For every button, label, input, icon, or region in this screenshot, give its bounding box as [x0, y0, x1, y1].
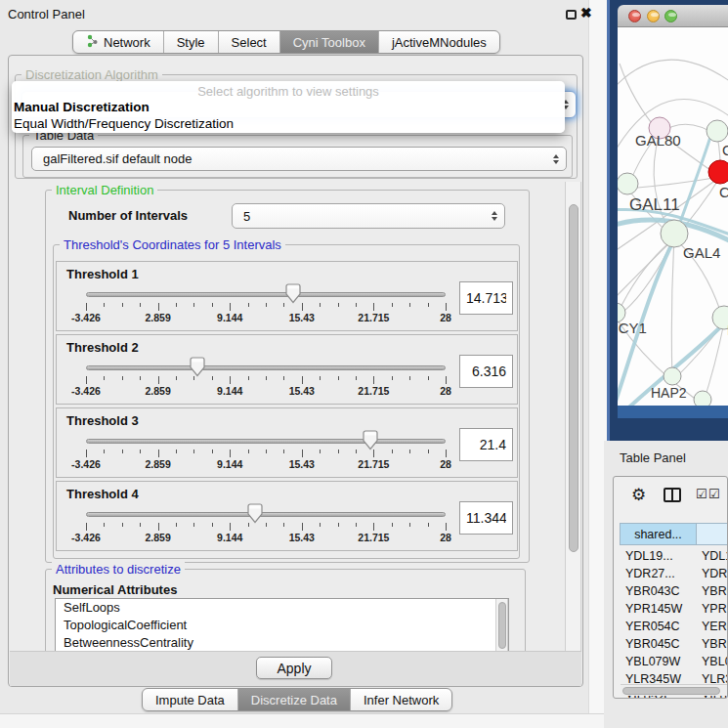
table-cell[interactable]: YBR045C	[625, 635, 694, 653]
tab-cyni-toolbox[interactable]: Cyni Toolbox	[279, 31, 378, 53]
bottom-strip	[0, 713, 604, 728]
slider-track[interactable]	[86, 292, 446, 297]
tab-select[interactable]: Select	[218, 31, 279, 53]
slider-track[interactable]	[86, 365, 446, 370]
number-of-intervals-combo[interactable]: 5	[232, 203, 505, 229]
attribute-item-betweennesscentrality[interactable]: BetweennessCentrality	[56, 634, 508, 652]
screen: Control Panel ✖ NetworkStyleSelectCyni T…	[0, 0, 728, 728]
table-cell[interactable]: YBR043C	[625, 582, 694, 600]
tick-label: -3.426	[57, 532, 115, 543]
tick-label: -3.426	[57, 312, 115, 323]
node-label-gal4: GAL4	[683, 244, 720, 261]
tick-mark	[266, 376, 267, 380]
tick-mark	[356, 376, 357, 380]
slider-thumb[interactable]	[285, 283, 301, 304]
table-cell[interactable]: YER0	[702, 618, 728, 635]
group-interval-definition-label: Interval Definition	[52, 183, 157, 197]
threshold-value-field[interactable]	[459, 281, 513, 315]
algorithm-option-equal-width-frequency-discretization[interactable]: Equal Width/Frequency Discretization	[14, 116, 234, 131]
scrollbar-thumb[interactable]	[569, 204, 578, 552]
network-icon	[86, 34, 99, 51]
table-cell[interactable]: YPR145W	[625, 600, 694, 618]
algorithm-option-manual-discretization[interactable]: Manual Discretization	[14, 100, 150, 114]
scrollbar-thumb[interactable]	[622, 687, 720, 695]
table-cell[interactable]: YDR27...	[625, 565, 694, 582]
close-icon[interactable]: ✖	[580, 5, 592, 21]
table-cell[interactable]: YBL079W	[625, 653, 694, 670]
table-horizontal-scrollbar[interactable]	[621, 684, 728, 696]
tab-infer-network[interactable]: Infer Network	[350, 689, 451, 710]
threshold-value-field[interactable]	[459, 355, 513, 388]
slider-thumb[interactable]	[363, 430, 378, 450]
attribute-item-topologicalcoefficient[interactable]: TopologicalCoefficient	[56, 617, 508, 634]
network-node-ga[interactable]	[707, 120, 728, 142]
tick-label: 9.144	[200, 458, 259, 470]
tick-label: 9.144	[200, 532, 259, 543]
minimize-window-icon[interactable]	[647, 10, 660, 22]
group-attributes-label: Attributes to discretize	[52, 562, 185, 577]
tick-mark	[176, 523, 177, 527]
close-window-icon[interactable]	[628, 10, 641, 22]
tab-label: Impute Data	[155, 693, 225, 707]
slider-thumb[interactable]	[247, 503, 263, 524]
desktop-edge-highlight	[607, 0, 610, 441]
tab-impute-data[interactable]: Impute Data	[143, 689, 237, 710]
table-cell[interactable]: YBR0	[702, 635, 728, 653]
tick-mark	[86, 523, 87, 531]
checkbox-icon[interactable]: ☑	[708, 487, 720, 501]
column-header-shared-name[interactable]: shared...	[620, 523, 697, 545]
network-node-hap2[interactable]	[664, 367, 681, 385]
tick-mark	[248, 303, 249, 307]
node-label-hap2: HAP2	[651, 385, 687, 401]
table-cell[interactable]: YDL1	[702, 547, 728, 565]
tick-mark	[212, 303, 213, 307]
network-node-gal4[interactable]	[661, 220, 688, 247]
threshold-value-field[interactable]	[459, 501, 513, 535]
tick-mark	[248, 376, 249, 380]
zoom-window-icon[interactable]	[664, 10, 677, 22]
attribute-item-selfloops[interactable]: SelfLoops	[56, 599, 508, 617]
table-cell[interactable]: YER054C	[625, 618, 694, 635]
settings-vertical-scrollbar[interactable]	[565, 182, 581, 652]
tab-jactivemnodules[interactable]: jActiveMNodules	[378, 31, 499, 53]
apply-button[interactable]: Apply	[256, 657, 332, 679]
slider-thumb[interactable]	[190, 357, 205, 377]
tick-mark	[193, 303, 194, 307]
apply-band: Apply	[10, 651, 581, 686]
scrollbar-thumb[interactable]	[498, 602, 506, 649]
network-canvas[interactable]: GAL80GACGAL11GAL4GCY1HHAP2	[618, 27, 728, 406]
network-node-gal11[interactable]	[618, 173, 638, 194]
network-node-c[interactable]	[708, 160, 728, 184]
table-cell[interactable]: YDL19...	[625, 547, 694, 565]
split-columns-icon[interactable]	[664, 488, 681, 502]
tab-style[interactable]: Style	[163, 31, 218, 53]
network-node-h[interactable]	[712, 306, 728, 329]
network-window-titlebar[interactable]	[618, 5, 728, 27]
checkbox-icon[interactable]: ☑	[696, 487, 707, 501]
threshold-value-field[interactable]	[459, 428, 513, 461]
tick-mark	[302, 523, 303, 531]
tab-network[interactable]: Network	[73, 31, 163, 53]
tick-mark	[302, 450, 303, 457]
slider-track[interactable]	[86, 512, 446, 517]
column-header-name[interactable]: n	[696, 523, 728, 545]
table-cell[interactable]: YDR2	[702, 565, 728, 582]
network-view-window: GAL80GACGAL11GAL4GCY1HHAP2	[618, 5, 728, 418]
gear-icon[interactable]: ⚙	[631, 485, 646, 505]
tick-mark	[320, 523, 321, 527]
table-cell[interactable]: YBR0	[702, 582, 728, 600]
slider-track[interactable]	[86, 439, 446, 444]
tick-mark	[266, 450, 267, 453]
table-data-combo[interactable]: galFiltered.sif default node	[31, 147, 567, 171]
tick-mark	[230, 450, 231, 457]
group-thresholds-label: Threshold's Coordinates for 5 Intervals	[60, 237, 285, 252]
node-label-gal80: GAL80	[635, 132, 681, 149]
table-cell[interactable]: YPR1	[702, 600, 728, 618]
float-window-icon[interactable]	[566, 10, 577, 20]
tab-discretize-data[interactable]: Discretize Data	[237, 689, 350, 710]
table-cell[interactable]: YBL0	[702, 653, 728, 670]
tab-label: Infer Network	[364, 693, 439, 707]
network-node-partial[interactable]	[694, 391, 711, 406]
attributes-list-scrollbar[interactable]	[495, 599, 508, 652]
tick-mark	[356, 303, 357, 307]
